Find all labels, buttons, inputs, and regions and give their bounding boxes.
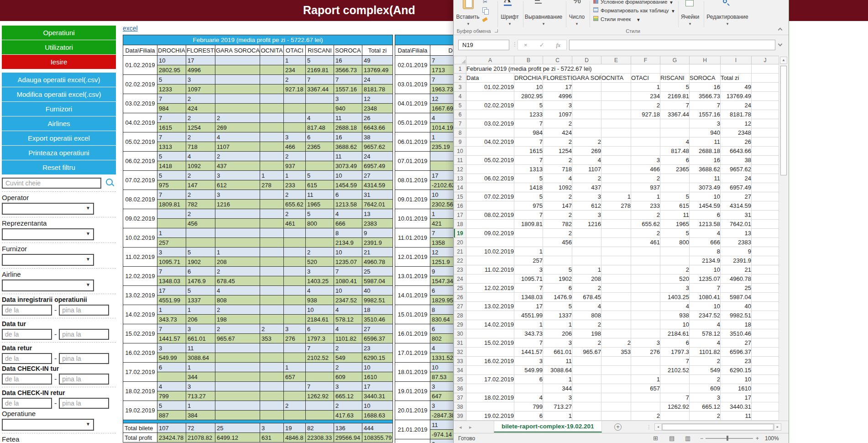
conditional-formatting-dropdown-icon[interactable]: ▾	[670, 0, 673, 5]
sidebar-button[interactable]: Modifica operatii excel(.csv)	[2, 87, 116, 101]
cell[interactable]	[752, 238, 779, 247]
add-sheet-button[interactable]: +	[614, 423, 622, 431]
cell[interactable]: 657	[631, 384, 660, 393]
sidebar-button[interactable]: Iesire	[2, 55, 116, 69]
cell[interactable]: 3510.46	[721, 329, 752, 338]
row-number-header[interactable]: 18	[454, 220, 466, 229]
cell[interactable]	[631, 247, 660, 256]
cell[interactable]	[466, 201, 514, 211]
cell[interactable]: 1965	[660, 220, 690, 229]
row-number-header[interactable]: 22	[454, 256, 466, 265]
cell[interactable]: 2688.18	[690, 147, 721, 156]
cell[interactable]: 12	[721, 119, 752, 128]
cell[interactable]: 16.02.2019	[466, 357, 514, 366]
font-group-button[interactable]: Шрифт	[498, 14, 521, 20]
cell[interactable]: 3	[572, 192, 601, 201]
editing-group-button[interactable]: Редактирование	[704, 14, 751, 20]
cell[interactable]: 4996	[543, 92, 572, 101]
cell[interactable]: 4	[572, 302, 601, 311]
cell[interactable]	[690, 64, 721, 74]
cell[interactable]: 2	[572, 284, 601, 293]
cell[interactable]: 1095.71	[514, 274, 543, 284]
cell[interactable]: 1348.03	[514, 293, 543, 302]
cell[interactable]: 6	[660, 156, 690, 165]
header-cell[interactable]: DROCHIA	[514, 74, 543, 83]
hscroll-right-icon[interactable]: ►	[774, 424, 781, 430]
date-to-input[interactable]	[59, 353, 109, 364]
cell[interactable]: 1	[514, 247, 543, 256]
cell[interactable]	[466, 384, 514, 393]
cell[interactable]	[631, 284, 660, 293]
cell[interactable]: 6	[660, 338, 690, 348]
cell[interactable]: 9982.51	[721, 311, 752, 320]
row-number-header[interactable]: 13	[454, 174, 466, 183]
cell[interactable]	[752, 320, 779, 329]
cell[interactable]: 1213.58	[690, 220, 721, 229]
number-dropdown-icon[interactable]: ▾	[575, 22, 579, 26]
cell[interactable]: 3	[690, 393, 721, 402]
cell[interactable]	[631, 147, 660, 156]
date-to-input[interactable]	[59, 398, 109, 409]
cell[interactable]	[601, 211, 631, 220]
cell[interactable]: 40	[721, 302, 752, 311]
cell[interactable]: 11	[660, 211, 690, 220]
cell[interactable]: 19.02.2019	[466, 411, 514, 421]
cell[interactable]: 353	[601, 348, 631, 357]
date-from-input[interactable]	[2, 305, 52, 316]
cell[interactable]: 1454.59	[690, 201, 721, 211]
cell[interactable]	[752, 128, 779, 137]
cell[interactable]	[631, 128, 660, 137]
cell[interactable]	[752, 329, 779, 338]
cell[interactable]: 257	[514, 256, 543, 265]
cell[interactable]: 3	[572, 211, 601, 220]
row-number-header[interactable]: 10	[454, 147, 466, 156]
cell[interactable]: 1615	[514, 147, 543, 156]
excel-export-link[interactable]: excel	[123, 25, 138, 32]
cell[interactable]: 665.12	[690, 402, 721, 411]
cell[interactable]: 2	[631, 101, 660, 110]
cell[interactable]: 984	[514, 128, 543, 137]
cell[interactable]: 2	[543, 119, 572, 128]
date-from-input[interactable]	[2, 353, 52, 364]
cell[interactable]: 6	[514, 375, 543, 384]
cell[interactable]: 234	[631, 92, 660, 101]
cell[interactable]	[721, 64, 752, 74]
cell[interactable]: 147	[543, 201, 572, 211]
cell[interactable]	[601, 366, 631, 375]
cell[interactable]	[466, 183, 514, 192]
cell[interactable]	[601, 384, 631, 393]
cell[interactable]: 817.48	[660, 147, 690, 156]
row-number-header[interactable]: 33	[454, 357, 466, 366]
cell[interactable]	[572, 110, 601, 119]
cell[interactable]: 456	[543, 238, 572, 247]
cell[interactable]: 02.02.2019	[466, 101, 514, 110]
cell[interactable]	[752, 393, 779, 402]
cell[interactable]: 1	[514, 320, 543, 329]
cell[interactable]: 718	[543, 165, 572, 174]
paste-dropdown-icon[interactable]: ▾	[466, 22, 471, 26]
cell[interactable]: 655.62	[631, 220, 660, 229]
row-number-header[interactable]: 34	[454, 366, 466, 375]
cell[interactable]: 13.02.2019	[466, 302, 514, 311]
row-number-header[interactable]: 15	[454, 192, 466, 201]
cell[interactable]: 8181.78	[721, 110, 752, 119]
paste-icon[interactable]	[463, 0, 474, 9]
cell[interactable]: 2383	[721, 238, 752, 247]
cell[interactable]	[572, 411, 601, 421]
cell[interactable]	[752, 64, 779, 74]
search-input[interactable]	[2, 178, 101, 189]
cell[interactable]	[572, 384, 601, 393]
cell[interactable]: 2	[631, 229, 660, 238]
filter-select[interactable]: ▼	[2, 419, 94, 431]
row-number-header[interactable]: 1	[454, 64, 466, 74]
cancel-entry-icon[interactable]: ×	[524, 42, 528, 48]
cell[interactable]	[752, 402, 779, 411]
row-number-header[interactable]: 7	[454, 119, 466, 128]
cell[interactable]: 1101.82	[690, 348, 721, 357]
cell[interactable]: 198	[572, 329, 601, 338]
cell[interactable]: 23	[721, 357, 752, 366]
cell[interactable]: 1476.9	[543, 293, 572, 302]
cell[interactable]	[601, 284, 631, 293]
cell[interactable]	[752, 265, 779, 274]
cell[interactable]: 9657.62	[721, 165, 752, 174]
